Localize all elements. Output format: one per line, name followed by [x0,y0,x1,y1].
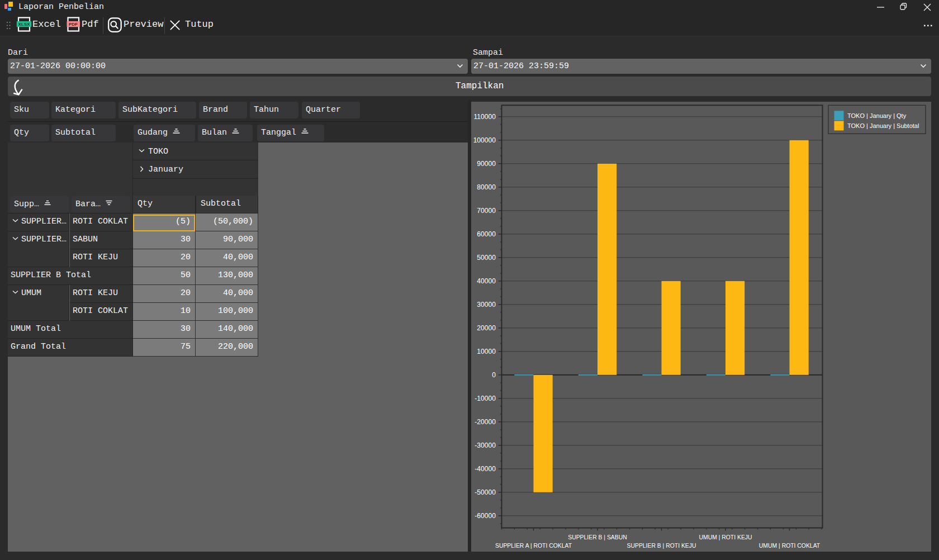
svg-text:-60000: -60000 [475,512,496,520]
svg-text:-50000: -50000 [475,488,496,496]
svg-text:30000: 30000 [477,301,496,309]
svg-text:-20000: -20000 [475,418,496,426]
svg-text:-10000: -10000 [475,395,496,402]
svg-text:-30000: -30000 [475,442,496,449]
svg-text:100000: 100000 [473,136,496,144]
svg-text:80000: 80000 [477,183,496,191]
svg-text:-40000: -40000 [475,465,496,473]
svg-text:SUPPLIER B | ROTI KEJU: SUPPLIER B | ROTI KEJU [627,543,696,549]
svg-text:UMUM | ROTI COKLAT: UMUM | ROTI COKLAT [759,543,821,549]
svg-text:60000: 60000 [477,230,496,238]
svg-text:40000: 40000 [477,277,496,285]
svg-text:SUPPLIER B | SABUN: SUPPLIER B | SABUN [568,534,627,540]
svg-text:90000: 90000 [477,160,496,168]
svg-text:70000: 70000 [477,207,496,215]
svg-text:0: 0 [492,371,496,379]
svg-text:TOKO | January | Subtotal: TOKO | January | Subtotal [847,122,919,129]
svg-text:10000: 10000 [477,348,496,355]
svg-text:SUPPLIER A | ROTI COKLAT: SUPPLIER A | ROTI COKLAT [495,543,572,549]
svg-text:TOKO | January | Qty: TOKO | January | Qty [847,112,907,119]
svg-text:20000: 20000 [477,324,496,332]
svg-text:XLSX: XLSX [18,22,31,27]
svg-text:50000: 50000 [477,254,496,262]
svg-text:110000: 110000 [474,113,496,121]
svg-text:UMUM | ROTI KEJU: UMUM | ROTI KEJU [699,534,752,540]
svg-text:PDF: PDF [69,22,78,27]
